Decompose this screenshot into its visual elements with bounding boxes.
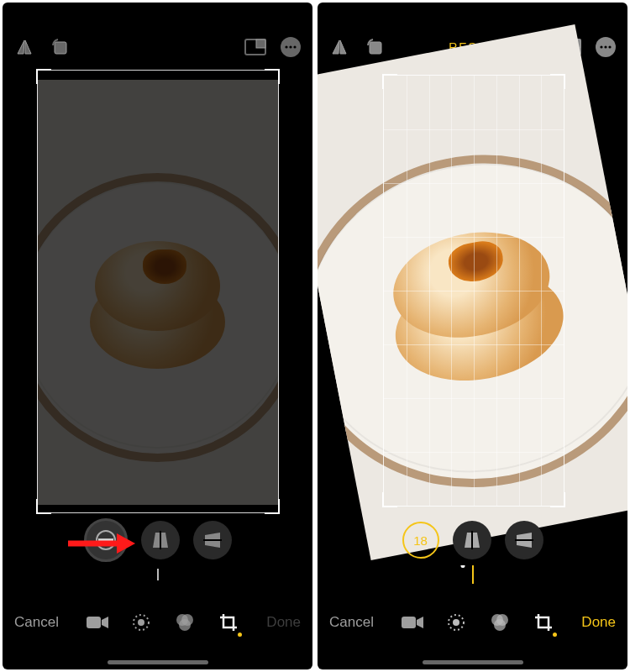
filters-tool-icon[interactable] bbox=[172, 610, 197, 635]
crop-topbar bbox=[3, 3, 312, 70]
editor-bottombar: Cancel Done bbox=[318, 596, 627, 649]
horizontal-perspective-button[interactable] bbox=[193, 521, 232, 559]
ruler-origin-dot bbox=[461, 565, 465, 568]
svg-marker-34 bbox=[417, 617, 423, 628]
straighten-controls: 18 bbox=[318, 515, 627, 565]
adjust-tool-icon[interactable] bbox=[444, 610, 469, 635]
video-tool-icon[interactable] bbox=[400, 610, 425, 635]
svg-point-5 bbox=[289, 45, 291, 48]
aspect-ratio-icon[interactable] bbox=[244, 35, 267, 59]
svg-rect-15 bbox=[87, 617, 101, 628]
flip-vertical-icon[interactable] bbox=[328, 35, 351, 59]
phone-right: RESET bbox=[318, 3, 627, 669]
rotate-icon[interactable] bbox=[48, 35, 71, 59]
ruler-center-mark bbox=[157, 569, 159, 580]
svg-marker-16 bbox=[102, 617, 108, 628]
svg-point-18 bbox=[138, 619, 144, 626]
vertical-perspective-button[interactable] bbox=[453, 521, 491, 559]
ruler-center-mark bbox=[472, 565, 474, 584]
video-tool-icon[interactable] bbox=[85, 610, 110, 635]
rotate-icon[interactable] bbox=[363, 35, 386, 59]
straighten-value-button[interactable]: 18 bbox=[402, 522, 439, 559]
svg-rect-30 bbox=[471, 531, 473, 549]
cancel-button[interactable]: Cancel bbox=[329, 614, 374, 631]
crop-stage[interactable] bbox=[3, 70, 312, 515]
flip-vertical-icon[interactable] bbox=[13, 35, 36, 59]
svg-point-27 bbox=[604, 45, 606, 48]
filters-tool-icon[interactable] bbox=[487, 610, 512, 635]
crop-tool-icon[interactable] bbox=[216, 610, 241, 635]
done-button[interactable]: Done bbox=[581, 614, 616, 631]
vertical-perspective-button[interactable] bbox=[141, 521, 180, 559]
svg-rect-33 bbox=[402, 617, 416, 628]
cancel-button[interactable]: Cancel bbox=[14, 614, 59, 631]
crop-tool-icon[interactable] bbox=[531, 610, 556, 635]
home-indicator bbox=[108, 660, 208, 664]
crop-stage[interactable] bbox=[318, 70, 627, 515]
svg-rect-12 bbox=[160, 531, 161, 549]
svg-point-36 bbox=[453, 619, 459, 626]
svg-point-26 bbox=[600, 45, 602, 48]
svg-point-6 bbox=[293, 45, 296, 48]
svg-point-21 bbox=[179, 619, 191, 631]
more-icon[interactable] bbox=[279, 35, 302, 59]
svg-rect-22 bbox=[370, 42, 381, 54]
crop-frame[interactable] bbox=[37, 70, 279, 513]
svg-rect-0 bbox=[55, 42, 66, 54]
horizontal-perspective-button[interactable] bbox=[505, 521, 543, 559]
straighten-controls bbox=[3, 515, 312, 565]
crop-frame[interactable] bbox=[383, 75, 564, 507]
svg-rect-10 bbox=[98, 538, 113, 542]
more-icon[interactable] bbox=[594, 35, 617, 59]
svg-point-39 bbox=[494, 619, 506, 631]
angle-ruler[interactable] bbox=[3, 565, 312, 596]
svg-rect-2 bbox=[256, 39, 265, 48]
svg-rect-32 bbox=[515, 539, 533, 541]
straighten-button[interactable] bbox=[84, 518, 128, 562]
svg-point-4 bbox=[285, 45, 287, 48]
svg-point-28 bbox=[608, 45, 611, 48]
home-indicator bbox=[423, 660, 523, 664]
phone-left: Cancel Done bbox=[3, 3, 312, 669]
editor-bottombar: Cancel Done bbox=[3, 596, 312, 649]
done-button[interactable]: Done bbox=[266, 614, 301, 631]
angle-ruler[interactable] bbox=[318, 565, 627, 596]
adjust-tool-icon[interactable] bbox=[129, 610, 154, 635]
svg-rect-14 bbox=[203, 539, 222, 541]
